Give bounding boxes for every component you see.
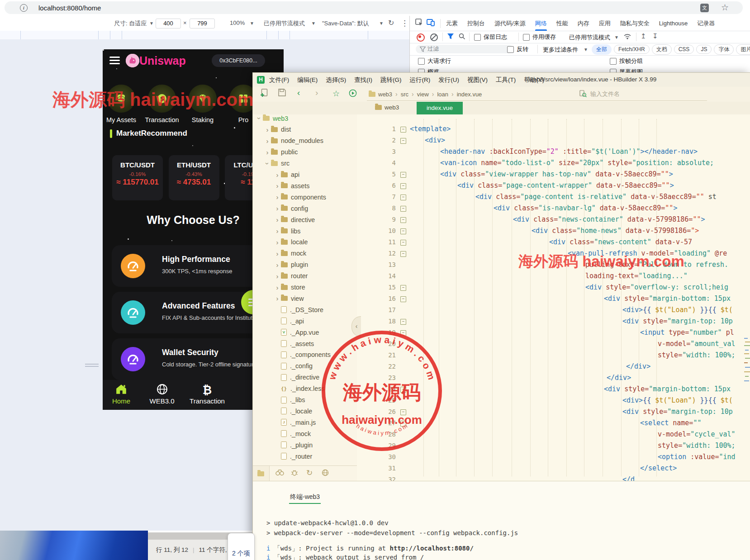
- tree-item-locale[interactable]: ›locale: [274, 237, 308, 248]
- fold-marker[interactable]: −: [400, 285, 406, 291]
- tree-item-plugin[interactable]: ›plugin: [274, 259, 308, 271]
- preserve-log-checkbox[interactable]: 保留日志: [474, 33, 507, 41]
- option-checkbox-按帧分组[interactable]: 按帧分组: [610, 57, 643, 65]
- breadcrumb-web3[interactable]: web3: [378, 91, 392, 98]
- filter-chip-图片[interactable]: 图片: [736, 44, 750, 55]
- web-globe-icon[interactable]: [322, 469, 329, 478]
- tree-item-dist[interactable]: ›dist: [264, 124, 291, 135]
- tree-item-view[interactable]: ›view: [274, 293, 304, 304]
- devtools-tab-性能[interactable]: 性能: [556, 16, 568, 31]
- new-file-icon[interactable]: [260, 89, 268, 100]
- record-icon[interactable]: [417, 33, 425, 42]
- tree-item-._libs[interactable]: ._libs: [274, 394, 305, 406]
- fold-marker[interactable]: −: [400, 319, 406, 325]
- search-binoculars-icon[interactable]: [275, 469, 284, 478]
- devtools-tab-隐私与安全[interactable]: 隐私与安全: [620, 16, 650, 31]
- menu-视图(V)[interactable]: 视图(V): [467, 76, 488, 84]
- tree-item-router[interactable]: ›router: [274, 271, 308, 282]
- devtools-tab-记录器[interactable]: 记录器: [697, 16, 715, 31]
- tree-item-config[interactable]: ›config: [274, 203, 308, 214]
- fold-marker[interactable]: −: [400, 251, 406, 257]
- filter-input[interactable]: 过滤: [416, 45, 513, 53]
- nav-Transaction[interactable]: ₿Transaction: [182, 384, 232, 405]
- tab-index-vue[interactable]: index.vue: [417, 102, 463, 114]
- disable-cache-checkbox[interactable]: 停用缓存: [523, 33, 556, 41]
- device-drag-handle[interactable]: [85, 364, 99, 365]
- save-data-select[interactable]: "Save-Data": 默认: [322, 19, 369, 28]
- menu-跳转(G)[interactable]: 跳转(G): [380, 76, 402, 84]
- site-info-icon[interactable]: i: [20, 4, 28, 12]
- throttling-select[interactable]: 已停用节流模式: [264, 19, 305, 28]
- favorite-star-icon[interactable]: ☆: [332, 89, 340, 99]
- tree-item-store[interactable]: ›store: [274, 282, 305, 293]
- devtools-tab-源代码/来源[interactable]: 源代码/来源: [494, 16, 526, 31]
- project-label[interactable]: web3: [375, 104, 399, 111]
- device-toolbar-toggle-icon[interactable]: [427, 19, 435, 28]
- menu-工具(T)[interactable]: 工具(T): [496, 76, 516, 84]
- devtools-tab-Lighthouse[interactable]: Lighthouse: [659, 16, 688, 31]
- fold-marker[interactable]: −: [400, 195, 406, 200]
- save-icon[interactable]: [278, 89, 286, 99]
- terminal-tab[interactable]: 终端-web3: [290, 493, 320, 501]
- market-card-BTC/USDT[interactable]: BTC/USDT-0.16%≈ 115770.01: [112, 155, 163, 200]
- import-har-icon[interactable]: ↥: [641, 32, 646, 40]
- explorer-tab[interactable]: [253, 466, 270, 481]
- fold-marker[interactable]: −: [400, 228, 406, 234]
- zoom-select[interactable]: 100%: [230, 19, 245, 26]
- fold-marker[interactable]: −: [400, 206, 406, 212]
- devtools-tab-元素[interactable]: 元素: [446, 16, 458, 31]
- devtools-tab-内存[interactable]: 内存: [578, 16, 589, 31]
- device-width-input[interactable]: 400: [156, 19, 181, 28]
- tree-item-._router[interactable]: ._router: [274, 451, 312, 462]
- tree-item-._index.less[interactable]: {}._index.less: [274, 383, 325, 394]
- clear-icon[interactable]: [430, 33, 438, 41]
- fold-marker[interactable]: −: [400, 240, 406, 246]
- refresh-icon[interactable]: ↻: [306, 468, 313, 478]
- tree-item-web3[interactable]: ›web3: [256, 114, 288, 124]
- fold-marker[interactable]: −: [400, 138, 406, 144]
- fold-marker[interactable]: −: [400, 183, 406, 189]
- tree-item-._api[interactable]: ._api: [274, 315, 304, 327]
- filter-chip-Fetch/XHR[interactable]: Fetch/XHR: [614, 45, 650, 54]
- menu-运行(R)[interactable]: 运行(R): [410, 76, 431, 84]
- devtools-tab-网络[interactable]: 网络: [535, 16, 547, 31]
- nav-WEB3.0[interactable]: WEB3.0: [137, 384, 187, 405]
- bookmark-star-icon[interactable]: ☆: [721, 2, 729, 13]
- tree-item-src[interactable]: ›src: [264, 158, 290, 169]
- fold-marker[interactable]: −: [400, 127, 406, 133]
- translate-icon[interactable]: 文: [700, 4, 709, 12]
- rotate-device-icon[interactable]: ↻: [388, 19, 394, 27]
- menu-发行(U)[interactable]: 发行(U): [438, 76, 459, 84]
- menu-编辑(E)[interactable]: 编辑(E): [297, 76, 318, 84]
- fold-marker[interactable]: −: [400, 217, 406, 223]
- devtools-tab-控制台[interactable]: 控制台: [467, 16, 485, 31]
- tree-item-public[interactable]: ›public: [264, 147, 298, 158]
- forward-icon[interactable]: ›: [315, 88, 318, 98]
- file-search-input[interactable]: 输入文件名: [576, 88, 707, 101]
- tree-item-._App.vue[interactable]: V._App.vue: [274, 327, 319, 338]
- filter-chip-JS[interactable]: JS: [696, 45, 712, 54]
- network-throttle-select[interactable]: 已停用节流模式: [569, 33, 610, 42]
- filter-chip-字体[interactable]: 字体: [714, 44, 734, 55]
- breadcrumb-index.vue[interactable]: index.vue: [457, 91, 482, 98]
- tree-item-._config[interactable]: ._config: [274, 361, 313, 372]
- tree-item-libs[interactable]: ›libs: [274, 225, 300, 237]
- more-filters-button[interactable]: 更多过滤条件: [543, 46, 578, 54]
- wallet-address-button[interactable]: 0x3CbFE080...: [212, 54, 265, 67]
- media-query-bar[interactable]: [0, 31, 409, 40]
- tree-item-api[interactable]: ›api: [274, 169, 299, 180]
- option-checkbox-大请求行[interactable]: 大请求行: [418, 57, 451, 65]
- devtools-tab-应用[interactable]: 应用: [599, 16, 611, 31]
- tree-item-._assets[interactable]: ._assets: [274, 338, 314, 349]
- network-conditions-icon[interactable]: [623, 33, 631, 42]
- tree-item-components[interactable]: ›components: [274, 191, 326, 203]
- debug-bug-icon[interactable]: [291, 469, 298, 478]
- breadcrumb-loan[interactable]: loan: [437, 91, 448, 98]
- inspect-element-icon[interactable]: [415, 19, 423, 28]
- menu-查找(I)[interactable]: 查找(I): [354, 76, 372, 84]
- url-input[interactable]: i localhost:8080/home: [5, 1, 743, 14]
- filter-chip-全部[interactable]: 全部: [592, 44, 612, 55]
- filter-chip-CSS[interactable]: CSS: [674, 45, 694, 54]
- tree-item-assets[interactable]: ›assets: [274, 180, 309, 191]
- search-icon[interactable]: [459, 33, 465, 42]
